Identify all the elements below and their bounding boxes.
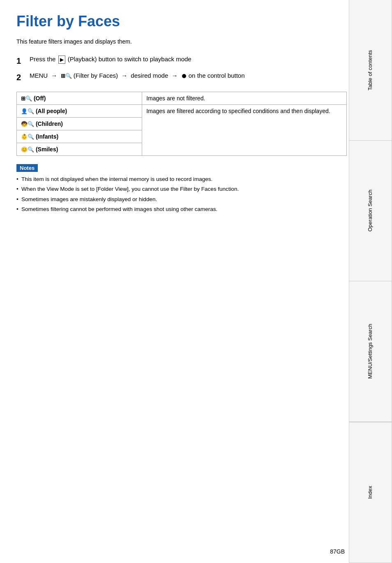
- step-2: 2 MENU → ⊞🔍 (Filter by Faces) → desired …: [16, 71, 347, 83]
- table-cell-label: 😊🔍 (Smiles): [17, 143, 142, 156]
- sidebar-tab-toc-label: Table of contents: [367, 50, 374, 90]
- children-icon: 🧒🔍: [21, 121, 34, 127]
- sidebar-tab-operation[interactable]: Operation Search: [349, 141, 392, 281]
- sidebar-tab-operation-label: Operation Search: [367, 190, 374, 232]
- step-1: 1 Press the ▶ (Playback) button to switc…: [16, 55, 347, 67]
- step-1-text: Press the ▶ (Playback) button to switch …: [30, 55, 191, 64]
- table-cell-label: 🧒🔍 (Children): [17, 118, 142, 130]
- sidebar-tab-toc[interactable]: Table of contents: [349, 0, 392, 141]
- all-people-icon: 👤🔍: [21, 108, 34, 114]
- note-item: This item is not displayed when the inte…: [16, 175, 347, 183]
- table-cell-label: 👶🔍 (Infants): [17, 130, 142, 143]
- smiles-icon: 😊🔍: [21, 146, 34, 153]
- intro-text: This feature filters images and displays…: [16, 38, 347, 45]
- step-2-number: 2: [16, 71, 24, 83]
- note-item: Sometimes filtering cannot be performed …: [16, 205, 347, 213]
- sidebar-tab-menu[interactable]: MENU/Settings Search: [349, 281, 392, 422]
- table-row: ⊞🔍 (Off) Images are not filtered.: [17, 92, 347, 105]
- arrow-icon-2: →: [121, 72, 127, 79]
- arrow-icon: →: [51, 72, 57, 79]
- table-cell-desc-shared: Images are filtered according to specifi…: [142, 105, 347, 156]
- arrow-icon-3: →: [171, 72, 178, 79]
- filter-faces-icon: ⊞🔍: [61, 73, 72, 79]
- off-icon: ⊞🔍: [21, 95, 32, 102]
- main-content: Filter by Faces This feature filters ima…: [16, 0, 347, 232]
- notes-section: Notes This item is not displayed when th…: [16, 164, 347, 213]
- playback-icon: ▶: [58, 56, 65, 64]
- circle-bullet: [182, 74, 186, 78]
- filter-table: ⊞🔍 (Off) Images are not filtered. 👤🔍 (Al…: [16, 92, 347, 156]
- step-1-number: 1: [16, 55, 24, 67]
- table-cell-label: ⊞🔍 (Off): [17, 92, 142, 105]
- steps-section: 1 Press the ▶ (Playback) button to switc…: [16, 55, 347, 83]
- sidebar-tab-index[interactable]: Index: [349, 422, 392, 563]
- table-cell-desc: Images are not filtered.: [142, 92, 347, 105]
- step-2-text: MENU → ⊞🔍 (Filter by Faces) → desired mo…: [30, 71, 245, 81]
- sidebar-tab-menu-label: MENU/Settings Search: [367, 324, 374, 379]
- page-title: Filter by Faces: [16, 12, 347, 30]
- page-number: 87GB: [330, 548, 345, 555]
- sidebar: Table of contents Operation Search MENU/…: [349, 0, 392, 563]
- note-item: When the View Mode is set to [Folder Vie…: [16, 185, 347, 193]
- infants-icon: 👶🔍: [21, 134, 34, 140]
- notes-list: This item is not displayed when the inte…: [16, 175, 347, 213]
- notes-badge: Notes: [16, 164, 38, 172]
- note-item: Sometimes images are mistakenly displaye…: [16, 195, 347, 204]
- table-cell-label: 👤🔍 (All people): [17, 105, 142, 118]
- sidebar-tab-index-label: Index: [367, 486, 374, 499]
- table-row: 👤🔍 (All people) Images are filtered acco…: [17, 105, 347, 118]
